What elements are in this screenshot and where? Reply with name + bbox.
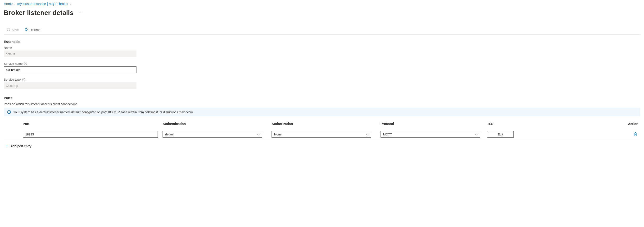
page-title: Broker listener details: [4, 9, 74, 17]
col-authorization: Authorization: [272, 122, 380, 126]
service-name-input[interactable]: [4, 66, 136, 73]
svg-rect-5: [9, 112, 9, 113]
chevron-right-icon: ›: [14, 2, 16, 5]
add-port-label: Add port entry: [11, 144, 32, 148]
refresh-button[interactable]: Refresh: [24, 27, 41, 33]
protocol-value: MQTT: [383, 133, 392, 136]
essentials-heading: Essentials: [4, 40, 640, 44]
delete-icon[interactable]: [634, 132, 637, 136]
svg-point-4: [9, 111, 9, 111]
plus-icon: +: [6, 143, 8, 148]
breadcrumb: Home › my-cluster-instance | MQTT broker…: [4, 2, 640, 6]
protocol-dropdown[interactable]: MQTT: [380, 131, 480, 138]
essentials-section: Essentials Name Service name i Service t…: [4, 40, 640, 89]
service-name-label: Service name i: [4, 62, 640, 66]
info-icon[interactable]: i: [24, 62, 27, 65]
ports-section: Ports Ports on which this listener accep…: [4, 96, 640, 152]
info-icon: [7, 110, 11, 114]
table-row: default None MQTT Edit: [4, 129, 640, 140]
name-input: [4, 51, 136, 57]
col-tls: TLS: [487, 122, 514, 126]
service-type-label-text: Service type: [4, 78, 21, 81]
svg-rect-2: [8, 30, 10, 31]
info-banner: Your system has a default listener named…: [4, 108, 640, 116]
save-icon: [7, 28, 10, 32]
breadcrumb-cluster[interactable]: my-cluster-instance | MQTT broker: [17, 2, 68, 6]
add-port-entry-button[interactable]: + Add port entry: [4, 140, 33, 152]
ports-table: Port Authentication Authorization Protoc…: [4, 122, 640, 140]
service-name-field: Service name i: [4, 62, 640, 73]
info-banner-text: Your system has a default listener named…: [13, 110, 194, 114]
save-button[interactable]: Save: [6, 27, 19, 33]
tls-edit-button[interactable]: Edit: [487, 131, 514, 138]
authorization-value: None: [274, 133, 282, 136]
more-icon[interactable]: ···: [78, 11, 83, 15]
port-input[interactable]: [23, 131, 158, 138]
info-icon[interactable]: i: [22, 78, 25, 81]
authentication-value: default: [165, 133, 174, 136]
col-protocol: Protocol: [380, 122, 487, 126]
save-label: Save: [12, 28, 19, 32]
refresh-label: Refresh: [30, 28, 40, 32]
ports-heading: Ports: [4, 96, 640, 100]
service-name-label-text: Service name: [4, 62, 22, 66]
toolbar: Save Refresh: [4, 25, 640, 35]
refresh-icon: [24, 28, 28, 32]
chevron-right-icon: ›: [70, 2, 71, 5]
service-type-field: Service type i: [4, 78, 640, 89]
authorization-dropdown[interactable]: None: [272, 131, 371, 138]
col-authentication: Authentication: [162, 122, 272, 126]
service-type-label: Service type i: [4, 78, 640, 81]
page-title-row: Broker listener details ···: [4, 9, 640, 17]
breadcrumb-home[interactable]: Home: [4, 2, 12, 6]
authentication-dropdown[interactable]: default: [162, 131, 262, 138]
col-port: Port: [23, 122, 162, 126]
ports-table-header: Port Authentication Authorization Protoc…: [4, 122, 640, 129]
svg-rect-1: [8, 28, 9, 29]
name-field: Name: [4, 46, 640, 57]
ports-description: Ports on which this listener accepts cli…: [4, 102, 640, 106]
service-type-input: [4, 82, 136, 89]
col-action: Action: [514, 122, 640, 126]
name-label: Name: [4, 46, 640, 50]
